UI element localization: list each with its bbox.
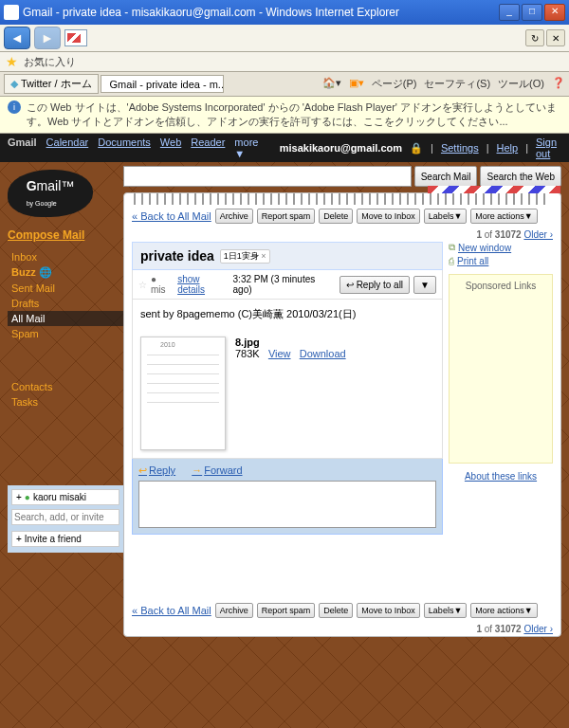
nav-spam[interactable]: Spam	[8, 326, 123, 341]
status-dot: ●	[25, 492, 30, 502]
reply-dropdown[interactable]: ▼	[413, 276, 436, 294]
attachment-thumbnail[interactable]	[140, 337, 226, 450]
topnav-more[interactable]: more ▼	[234, 136, 269, 159]
info-text: この Web サイトは、'Adobe Systems Incorporated'…	[27, 100, 561, 129]
nav-sent[interactable]: Sent Mail	[8, 281, 123, 296]
reply-link[interactable]: ↩Reply	[138, 464, 175, 476]
user-email: misakikaoru@gmail.com	[280, 142, 402, 154]
chat-user-row[interactable]: + ● kaoru misaki	[11, 489, 119, 505]
feeds-icon[interactable]: ▣▾	[349, 77, 364, 91]
favorites-label[interactable]: お気に入り	[24, 55, 76, 69]
expand-icon: +	[16, 492, 22, 502]
minimize-button[interactable]: _	[499, 4, 520, 21]
labels-button[interactable]: Labels▼	[424, 209, 467, 224]
menu-tools[interactable]: ツール(O)	[498, 77, 544, 91]
attachment-view-link[interactable]: View	[268, 348, 291, 359]
reply-textbox[interactable]	[138, 481, 436, 528]
message-time: 3:32 PM (3 minutes ago)	[233, 274, 336, 295]
favorites-star-icon[interactable]: ★	[6, 54, 18, 69]
topnav-reader[interactable]: Reader	[191, 136, 225, 159]
body-text: sent by 8pagememo (C)美崎薫 2010/03/21(日)	[140, 307, 434, 321]
nav-inbox[interactable]: Inbox	[8, 249, 123, 264]
moveinbox-button-b[interactable]: Move to Inbox	[357, 603, 420, 618]
back-to-allmail-link[interactable]: « Back to All Mail	[132, 210, 211, 222]
print-icon: ⎙	[449, 256, 454, 266]
tab-twitter[interactable]: ◆ Twitter / ホーム	[4, 74, 99, 94]
window-title: Gmail - private idea - misakikaoru@gmail…	[23, 6, 499, 19]
older-link[interactable]: Older ›	[523, 229, 553, 240]
label-remove-icon[interactable]: ×	[261, 251, 266, 261]
menu-safety[interactable]: セーフティ(S)	[424, 77, 490, 91]
chat-module: + ● kaoru misaki + Invite a friend	[8, 485, 123, 553]
close-button[interactable]: ✕	[544, 4, 565, 21]
app-icon	[4, 5, 19, 20]
subject-bar: private idea 1日1実身 ×	[132, 242, 443, 270]
nav-contacts[interactable]: Contacts	[8, 379, 123, 394]
notepad-panel: « Back to All Mail Archive Report spam D…	[123, 192, 561, 637]
forward-link[interactable]: →Forward	[192, 464, 242, 476]
nav-tasks[interactable]: Tasks	[8, 394, 123, 410]
search-web-button[interactable]: Search the Web	[480, 166, 561, 187]
message-main: private idea 1日1実身 × ☆ ● mis show detail…	[132, 242, 443, 535]
search-mail-button[interactable]: Search Mail	[414, 166, 478, 187]
help-link[interactable]: Help	[497, 142, 519, 154]
message-body: sent by 8pagememo (C)美崎薫 2010/03/21(日) 8…	[132, 300, 443, 459]
moreactions-button-b[interactable]: More actions▼	[470, 603, 537, 618]
gmail-topbar: Gmail Calendar Documents Web Reader more…	[0, 134, 569, 162]
star-icon[interactable]: ☆	[138, 280, 147, 290]
delete-button[interactable]: Delete	[319, 209, 353, 224]
new-window-link[interactable]: ⧉New window	[449, 242, 553, 253]
attachment-size: 783K	[235, 348, 260, 359]
moreactions-button[interactable]: More actions▼	[470, 209, 537, 224]
labels-button-b[interactable]: Labels▼	[424, 603, 467, 618]
topnav-calendar[interactable]: Calendar	[46, 136, 89, 159]
topnav-web[interactable]: Web	[160, 136, 181, 159]
home-icon[interactable]: 🏠▾	[322, 77, 341, 91]
message-header: ☆ ● mis show details 3:32 PM (3 minutes …	[132, 270, 443, 300]
older-link-b[interactable]: Older ›	[523, 624, 553, 634]
favorites-bar: ★ お気に入り	[0, 52, 569, 72]
info-icon: i	[8, 100, 21, 114]
pager-bottom: 1 of 31072 Older ›	[124, 622, 560, 636]
settings-link[interactable]: Settings	[441, 142, 479, 154]
spam-button-b[interactable]: Report spam	[257, 603, 316, 618]
delete-button-b[interactable]: Delete	[319, 603, 353, 618]
attachment-name: 8.jpg	[235, 337, 260, 348]
print-all-link[interactable]: ⎙Print all	[449, 256, 553, 266]
help-icon[interactable]: ❓	[552, 77, 565, 91]
label-tag[interactable]: 1日1実身 ×	[220, 249, 270, 264]
airmail-decoration	[428, 186, 560, 193]
archive-button[interactable]: Archive	[215, 209, 253, 224]
menu-page[interactable]: ページ(P)	[372, 77, 417, 91]
topnav-gmail[interactable]: Gmail	[8, 136, 37, 159]
stop-button[interactable]: ✕	[546, 29, 565, 46]
topnav-documents[interactable]: Documents	[98, 136, 151, 159]
attachment-download-link[interactable]: Download	[300, 348, 346, 359]
tab-gmail[interactable]: Gmail - private idea - m... ✕	[101, 75, 224, 93]
about-links[interactable]: About these links	[449, 471, 553, 482]
back-to-allmail-link-bottom[interactable]: « Back to All Mail	[132, 605, 211, 616]
chat-search-input[interactable]	[11, 509, 119, 525]
nav-buzz[interactable]: Buzz 🌐	[8, 264, 123, 281]
back-button[interactable]: ◄	[4, 27, 30, 49]
maximize-button[interactable]: □	[522, 4, 542, 21]
subject-text: private idea	[140, 248, 214, 264]
nav-allmail[interactable]: All Mail	[8, 311, 123, 326]
reply-all-button[interactable]: ↩ Reply to all	[340, 276, 410, 294]
nav-drafts[interactable]: Drafts	[8, 296, 123, 311]
ie-info-bar[interactable]: i この Web サイトは、'Adobe Systems Incorporate…	[0, 97, 569, 134]
refresh-button[interactable]: ↻	[525, 29, 544, 46]
search-input[interactable]	[123, 166, 412, 187]
moveinbox-button[interactable]: Move to Inbox	[357, 209, 420, 224]
address-bar[interactable]	[64, 29, 87, 46]
compose-button[interactable]: Compose Mail	[8, 228, 123, 242]
signout-link[interactable]: Sign out	[536, 136, 561, 159]
ie-tabs-bar: ◆ Twitter / ホーム Gmail - private idea - m…	[0, 72, 569, 97]
gmail-app: Gmail Calendar Documents Web Reader more…	[0, 134, 569, 728]
show-details-link[interactable]: show details	[177, 274, 229, 295]
archive-button-b[interactable]: Archive	[215, 603, 253, 618]
invite-friend-row[interactable]: + Invite a friend	[11, 531, 119, 547]
forward-button[interactable]: ►	[34, 27, 61, 49]
main-content: Search Mail Search the Web « Back to All…	[123, 162, 569, 728]
spam-button[interactable]: Report spam	[257, 209, 316, 224]
